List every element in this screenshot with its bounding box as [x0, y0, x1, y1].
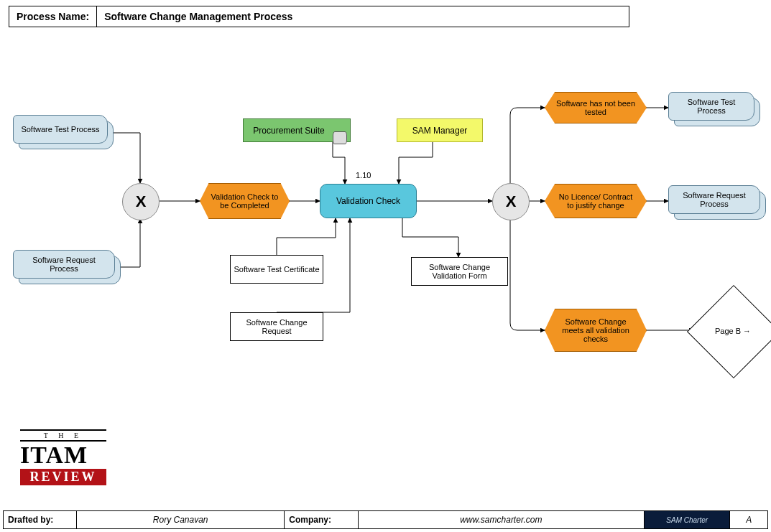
doc-software-test-certificate: Software Test Certificate — [230, 255, 323, 284]
logo-itam: ITAM — [20, 442, 106, 469]
footer-table: Drafted by: Rory Canavan Company: www.sa… — [3, 510, 768, 529]
ref-software-request-process-in: Software Request Process — [13, 250, 121, 284]
logo-the: T H E — [20, 429, 106, 442]
ref-software-test-process-out: Software Test Process — [668, 92, 762, 126]
task-validation-check: Validation Check — [320, 184, 417, 218]
doc-software-change-request: Software Change Request — [230, 312, 323, 341]
hex-not-tested: Software has not been tested — [545, 92, 647, 123]
sam-charter-badge: SAM Charter — [645, 511, 730, 528]
drafted-by-label: Drafted by: — [4, 511, 77, 529]
revision-value: A — [730, 511, 768, 529]
gateway-merge-1: X — [122, 183, 160, 220]
process-name-value: Software Change Management Process — [97, 6, 629, 27]
role-sam-manager: SAM Manager — [397, 118, 483, 142]
doc-software-change-validation-form: Software Change Validation Form — [411, 257, 508, 286]
hex-no-licence: No Licence/ Contract to justify change — [545, 184, 647, 218]
company-value: www.samcharter.com — [358, 511, 644, 529]
hex-meets-checks: Software Change meets all validation che… — [545, 309, 647, 352]
gateway-split-2: X — [492, 183, 530, 220]
logo-review: REVIEW — [20, 469, 106, 485]
ref-software-request-process-out: Software Request Process — [668, 185, 769, 220]
drafted-by-value: Rory Canavan — [77, 511, 285, 529]
hex-validation-to-complete: Validation Check to be Completed — [200, 183, 290, 219]
database-icon — [333, 131, 347, 144]
header-table: Process Name: Software Change Management… — [9, 6, 629, 27]
procurement-suite-label: Procurement Suite — [253, 126, 324, 136]
task-number-label: 1.10 — [356, 171, 371, 179]
itam-review-logo: T H E ITAM REVIEW — [20, 429, 106, 485]
ref-software-test-process-in: Software Test Process — [13, 115, 114, 149]
company-label: Company: — [285, 511, 358, 529]
process-name-label: Process Name: — [9, 6, 97, 27]
offpage-page-b: Page B → — [701, 299, 765, 363]
